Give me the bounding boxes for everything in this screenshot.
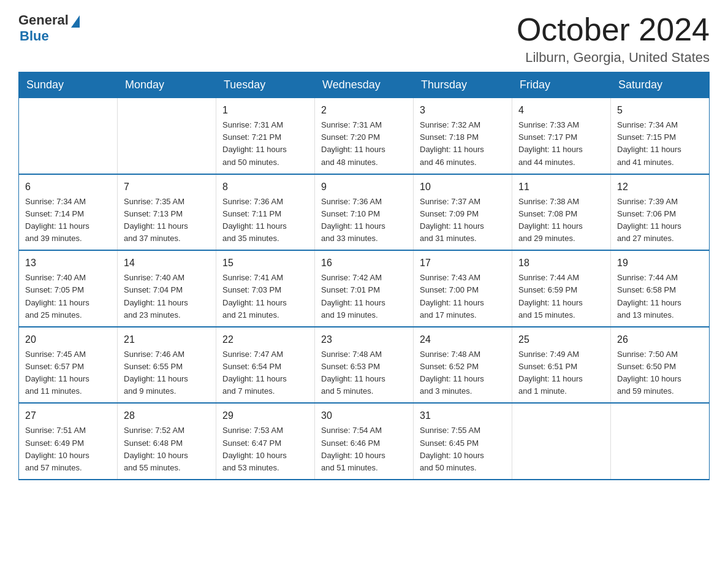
calendar-cell: 3Sunrise: 7:32 AM Sunset: 7:18 PM Daylig… xyxy=(414,98,512,174)
month-year-title: October 2024 xyxy=(517,12,710,47)
calendar-cell xyxy=(611,403,710,480)
day-number: 28 xyxy=(124,408,210,423)
day-number: 2 xyxy=(321,103,407,118)
calendar-cell: 31Sunrise: 7:55 AM Sunset: 6:45 PM Dayli… xyxy=(414,403,512,480)
day-number: 1 xyxy=(222,103,308,118)
calendar-cell: 17Sunrise: 7:43 AM Sunset: 7:00 PM Dayli… xyxy=(414,250,512,327)
day-info: Sunrise: 7:36 AM Sunset: 7:11 PM Dayligh… xyxy=(222,196,308,245)
day-info: Sunrise: 7:44 AM Sunset: 6:58 PM Dayligh… xyxy=(617,272,703,321)
calendar-week-row: 20Sunrise: 7:45 AM Sunset: 6:57 PM Dayli… xyxy=(19,327,710,404)
calendar-week-row: 6Sunrise: 7:34 AM Sunset: 7:14 PM Daylig… xyxy=(19,174,710,251)
day-info: Sunrise: 7:31 AM Sunset: 7:20 PM Dayligh… xyxy=(321,119,407,169)
day-info: Sunrise: 7:40 AM Sunset: 7:05 PM Dayligh… xyxy=(25,272,111,321)
calendar-week-row: 13Sunrise: 7:40 AM Sunset: 7:05 PM Dayli… xyxy=(19,250,710,327)
day-info: Sunrise: 7:35 AM Sunset: 7:13 PM Dayligh… xyxy=(124,196,210,245)
calendar-cell: 25Sunrise: 7:49 AM Sunset: 6:51 PM Dayli… xyxy=(512,327,611,404)
calendar-cell: 19Sunrise: 7:44 AM Sunset: 6:58 PM Dayli… xyxy=(611,250,710,327)
weekday-header-sunday: Sunday xyxy=(19,72,118,98)
day-number: 5 xyxy=(617,103,703,118)
calendar-table: SundayMondayTuesdayWednesdayThursdayFrid… xyxy=(18,72,710,480)
calendar-cell: 14Sunrise: 7:40 AM Sunset: 7:04 PM Dayli… xyxy=(118,250,216,327)
calendar-week-row: 27Sunrise: 7:51 AM Sunset: 6:49 PM Dayli… xyxy=(19,403,710,480)
day-number: 27 xyxy=(25,408,111,423)
day-number: 18 xyxy=(518,256,604,270)
calendar-cell: 29Sunrise: 7:53 AM Sunset: 6:47 PM Dayli… xyxy=(216,403,315,480)
calendar-cell: 26Sunrise: 7:50 AM Sunset: 6:50 PM Dayli… xyxy=(611,327,710,404)
day-number: 3 xyxy=(420,103,506,118)
day-info: Sunrise: 7:36 AM Sunset: 7:10 PM Dayligh… xyxy=(321,196,407,245)
weekday-header-tuesday: Tuesday xyxy=(216,72,315,98)
calendar-cell: 23Sunrise: 7:48 AM Sunset: 6:53 PM Dayli… xyxy=(315,327,414,404)
day-number: 26 xyxy=(617,332,703,347)
day-info: Sunrise: 7:39 AM Sunset: 7:06 PM Dayligh… xyxy=(617,196,703,245)
day-number: 25 xyxy=(518,332,604,347)
calendar-cell: 11Sunrise: 7:38 AM Sunset: 7:08 PM Dayli… xyxy=(512,174,611,251)
calendar-cell xyxy=(512,403,611,480)
day-info: Sunrise: 7:49 AM Sunset: 6:51 PM Dayligh… xyxy=(518,348,604,398)
day-info: Sunrise: 7:45 AM Sunset: 6:57 PM Dayligh… xyxy=(25,348,111,398)
calendar-cell xyxy=(118,98,216,174)
calendar-week-row: 1Sunrise: 7:31 AM Sunset: 7:21 PM Daylig… xyxy=(19,98,710,174)
day-number: 11 xyxy=(518,180,604,194)
day-number: 17 xyxy=(420,256,506,270)
logo-general-text: General xyxy=(18,12,69,28)
day-info: Sunrise: 7:32 AM Sunset: 7:18 PM Dayligh… xyxy=(420,119,506,169)
weekday-header-wednesday: Wednesday xyxy=(315,72,414,98)
day-number: 13 xyxy=(25,256,111,270)
day-number: 10 xyxy=(420,180,506,194)
calendar-cell: 4Sunrise: 7:33 AM Sunset: 7:17 PM Daylig… xyxy=(512,98,611,174)
calendar-cell: 20Sunrise: 7:45 AM Sunset: 6:57 PM Dayli… xyxy=(19,327,118,404)
calendar-cell: 22Sunrise: 7:47 AM Sunset: 6:54 PM Dayli… xyxy=(216,327,315,404)
weekday-header-monday: Monday xyxy=(118,72,216,98)
calendar-cell: 24Sunrise: 7:48 AM Sunset: 6:52 PM Dayli… xyxy=(414,327,512,404)
day-info: Sunrise: 7:46 AM Sunset: 6:55 PM Dayligh… xyxy=(124,348,210,398)
day-number: 21 xyxy=(124,332,210,347)
calendar-cell: 9Sunrise: 7:36 AM Sunset: 7:10 PM Daylig… xyxy=(315,174,414,251)
day-info: Sunrise: 7:55 AM Sunset: 6:45 PM Dayligh… xyxy=(420,424,506,474)
day-number: 12 xyxy=(617,180,703,194)
calendar-cell: 1Sunrise: 7:31 AM Sunset: 7:21 PM Daylig… xyxy=(216,98,315,174)
day-number: 19 xyxy=(617,256,703,270)
day-number: 30 xyxy=(321,408,407,423)
calendar-cell xyxy=(19,98,118,174)
calendar-cell: 5Sunrise: 7:34 AM Sunset: 7:15 PM Daylig… xyxy=(611,98,710,174)
location-subtitle: Lilburn, Georgia, United States xyxy=(517,50,710,66)
calendar-cell: 7Sunrise: 7:35 AM Sunset: 7:13 PM Daylig… xyxy=(118,174,216,251)
calendar-cell: 28Sunrise: 7:52 AM Sunset: 6:48 PM Dayli… xyxy=(118,403,216,480)
calendar-cell: 15Sunrise: 7:41 AM Sunset: 7:03 PM Dayli… xyxy=(216,250,315,327)
logo-blue-text: Blue xyxy=(20,28,49,44)
logo: General Blue xyxy=(18,12,80,44)
logo-triangle-icon xyxy=(71,15,80,28)
day-number: 16 xyxy=(321,256,407,270)
title-block: October 2024 Lilburn, Georgia, United St… xyxy=(517,12,710,66)
day-info: Sunrise: 7:54 AM Sunset: 6:46 PM Dayligh… xyxy=(321,424,407,474)
calendar-cell: 2Sunrise: 7:31 AM Sunset: 7:20 PM Daylig… xyxy=(315,98,414,174)
day-info: Sunrise: 7:41 AM Sunset: 7:03 PM Dayligh… xyxy=(222,272,308,321)
day-number: 29 xyxy=(222,408,308,423)
calendar-cell: 13Sunrise: 7:40 AM Sunset: 7:05 PM Dayli… xyxy=(19,250,118,327)
day-number: 20 xyxy=(25,332,111,347)
weekday-header-saturday: Saturday xyxy=(611,72,710,98)
day-number: 15 xyxy=(222,256,308,270)
day-info: Sunrise: 7:43 AM Sunset: 7:00 PM Dayligh… xyxy=(420,272,506,321)
page-header: General Blue October 2024 Lilburn, Georg… xyxy=(18,12,710,66)
day-info: Sunrise: 7:42 AM Sunset: 7:01 PM Dayligh… xyxy=(321,272,407,321)
calendar-cell: 10Sunrise: 7:37 AM Sunset: 7:09 PM Dayli… xyxy=(414,174,512,251)
weekday-header-friday: Friday xyxy=(512,72,611,98)
calendar-cell: 8Sunrise: 7:36 AM Sunset: 7:11 PM Daylig… xyxy=(216,174,315,251)
day-info: Sunrise: 7:37 AM Sunset: 7:09 PM Dayligh… xyxy=(420,196,506,245)
calendar-cell: 18Sunrise: 7:44 AM Sunset: 6:59 PM Dayli… xyxy=(512,250,611,327)
day-number: 7 xyxy=(124,180,210,194)
day-info: Sunrise: 7:34 AM Sunset: 7:14 PM Dayligh… xyxy=(25,196,111,245)
day-info: Sunrise: 7:52 AM Sunset: 6:48 PM Dayligh… xyxy=(124,424,210,474)
day-info: Sunrise: 7:48 AM Sunset: 6:52 PM Dayligh… xyxy=(420,348,506,398)
day-info: Sunrise: 7:51 AM Sunset: 6:49 PM Dayligh… xyxy=(25,424,111,474)
day-number: 4 xyxy=(518,103,604,118)
day-info: Sunrise: 7:31 AM Sunset: 7:21 PM Dayligh… xyxy=(222,119,308,169)
day-info: Sunrise: 7:50 AM Sunset: 6:50 PM Dayligh… xyxy=(617,348,703,398)
day-number: 22 xyxy=(222,332,308,347)
calendar-cell: 16Sunrise: 7:42 AM Sunset: 7:01 PM Dayli… xyxy=(315,250,414,327)
day-info: Sunrise: 7:38 AM Sunset: 7:08 PM Dayligh… xyxy=(518,196,604,245)
day-info: Sunrise: 7:44 AM Sunset: 6:59 PM Dayligh… xyxy=(518,272,604,321)
day-number: 6 xyxy=(25,180,111,194)
